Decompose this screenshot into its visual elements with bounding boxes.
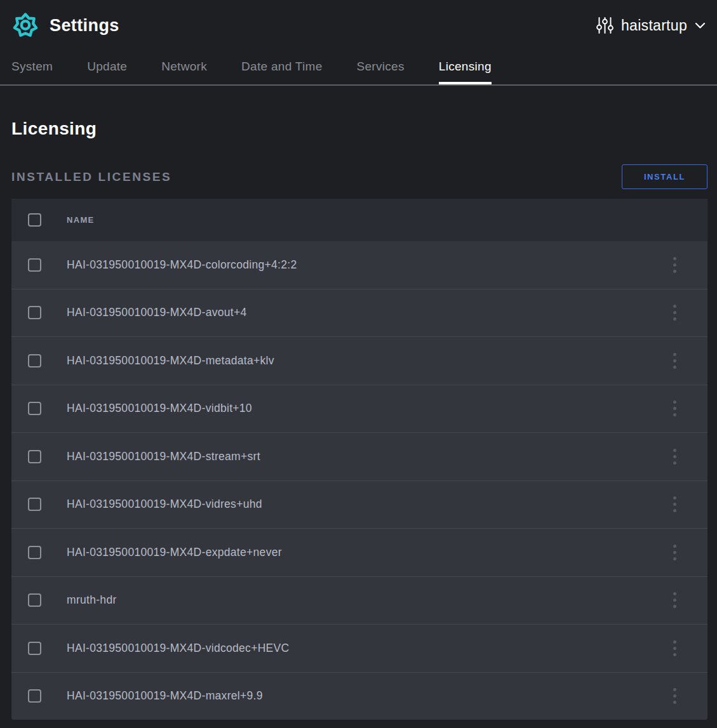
tab-update[interactable]: Update [87, 49, 127, 84]
table-row: HAI-031950010019-MX4D-vidres+uhd [11, 480, 707, 529]
kebab-menu-icon[interactable] [667, 302, 682, 323]
tab-services[interactable]: Services [357, 49, 405, 84]
license-name: HAI-031950010019-MX4D-vidres+uhd [67, 498, 667, 511]
app-header: Settings haistartup [0, 0, 717, 49]
tab-date-and-time[interactable]: Date and Time [241, 49, 322, 84]
license-name: HAI-031950010019-MX4D-maxrel+9.9 [67, 689, 667, 703]
account-menu[interactable]: haistartup [596, 16, 706, 35]
table-row: HAI-031950010019-MX4D-maxrel+9.9 [11, 672, 707, 720]
kebab-menu-icon[interactable] [667, 638, 682, 659]
select-all-checkbox[interactable] [28, 213, 41, 227]
row-checkbox[interactable] [28, 593, 41, 607]
kebab-menu-icon[interactable] [667, 446, 682, 467]
row-checkbox[interactable] [28, 546, 41, 559]
table-row: HAI-031950010019-MX4D-vidcodec+HEVC [11, 624, 707, 672]
tab-system[interactable]: System [11, 49, 53, 84]
licensing-page: Licensing INSTALLED LICENSES INSTALL NAM… [0, 119, 717, 720]
row-checkbox[interactable] [28, 402, 41, 415]
table-row: HAI-031950010019-MX4D-vidbit+10 [11, 385, 707, 433]
account-name: haistartup [621, 17, 687, 34]
license-name: HAI-031950010019-MX4D-vidcodec+HEVC [67, 642, 667, 655]
kebab-menu-icon[interactable] [667, 590, 682, 611]
section-title: INSTALLED LICENSES [11, 170, 171, 184]
license-name: HAI-031950010019-MX4D-metadata+klv [67, 354, 667, 367]
page-title: Licensing [11, 119, 707, 139]
row-checkbox[interactable] [28, 450, 41, 463]
app-title: Settings [50, 16, 119, 36]
kebab-menu-icon[interactable] [667, 398, 682, 419]
row-checkbox[interactable] [28, 306, 41, 319]
license-name: HAI-031950010019-MX4D-colorcoding+4:2:2 [67, 258, 667, 272]
license-name: mruth-hdr [67, 593, 667, 607]
table-row: HAI-031950010019-MX4D-expdate+never [11, 528, 707, 576]
sliders-icon [596, 16, 613, 35]
table-row: HAI-031950010019-MX4D-stream+srt [11, 432, 707, 480]
chevron-down-icon [695, 22, 706, 29]
license-name: HAI-031950010019-MX4D-vidbit+10 [67, 402, 667, 415]
license-name: HAI-031950010019-MX4D-avout+4 [67, 306, 667, 319]
table-body: HAI-031950010019-MX4D-colorcoding+4:2:2 … [11, 241, 707, 720]
row-checkbox[interactable] [28, 498, 41, 511]
row-checkbox[interactable] [28, 258, 41, 272]
name-column-header: NAME [67, 215, 707, 225]
tab-network[interactable]: Network [161, 49, 207, 84]
license-name: HAI-031950010019-MX4D-expdate+never [67, 546, 667, 559]
table-header-row: NAME [11, 199, 707, 241]
install-button[interactable]: INSTALL [622, 164, 707, 189]
kebab-menu-icon[interactable] [667, 685, 682, 706]
installed-licenses-section-bar: INSTALLED LICENSES INSTALL [11, 164, 707, 189]
row-checkbox[interactable] [28, 642, 41, 655]
licenses-table: NAME HAI-031950010019-MX4D-colorcoding+4… [11, 199, 707, 720]
tab-licensing[interactable]: Licensing [439, 49, 492, 84]
settings-tab-bar: System Update Network Date and Time Serv… [0, 49, 717, 86]
kebab-menu-icon[interactable] [667, 494, 682, 515]
kebab-menu-icon[interactable] [667, 542, 682, 563]
table-row: HAI-031950010019-MX4D-metadata+klv [11, 336, 707, 385]
table-row: mruth-hdr [11, 576, 707, 625]
row-checkbox[interactable] [28, 354, 41, 367]
row-checkbox[interactable] [28, 689, 41, 703]
kebab-menu-icon[interactable] [667, 255, 682, 275]
table-row: HAI-031950010019-MX4D-avout+4 [11, 289, 707, 337]
license-name: HAI-031950010019-MX4D-stream+srt [67, 450, 667, 463]
kebab-menu-icon[interactable] [667, 350, 682, 371]
table-row: HAI-031950010019-MX4D-colorcoding+4:2:2 [11, 241, 707, 289]
gear-icon [10, 10, 41, 41]
